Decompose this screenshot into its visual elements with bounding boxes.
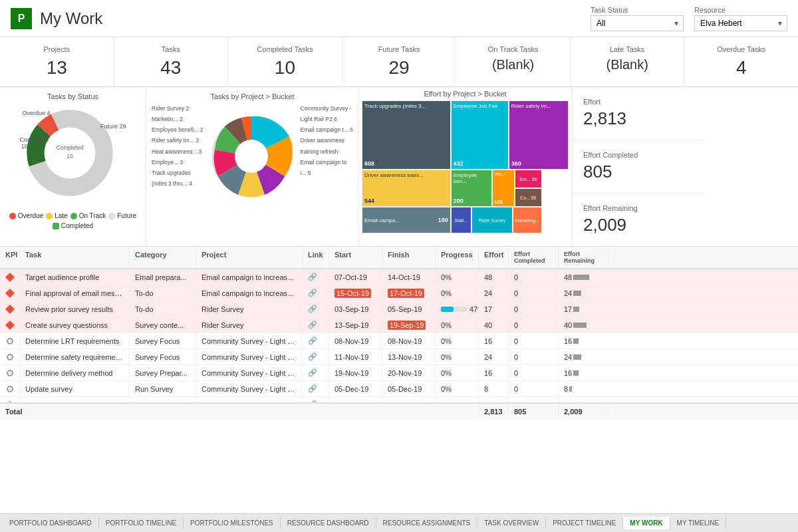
- resource-select[interactable]: Elva Hebert: [694, 15, 787, 31]
- cell-task: Target audience profile: [20, 270, 130, 285]
- table-row[interactable]: Determine safety requirements Survey Foc…: [0, 349, 798, 365]
- col-category: Category: [130, 247, 196, 268]
- cell-project: Rider Survey: [196, 302, 303, 317]
- pie-chart: [205, 110, 298, 203]
- cell-task: Final approval of email message: [20, 286, 130, 301]
- bottom-tab[interactable]: MY TIMELINE: [670, 517, 727, 529]
- bottom-tab[interactable]: PORTFOLIO TIMELINE: [99, 517, 184, 529]
- table-row[interactable]: Final approval of email message To-do Em…: [0, 285, 798, 301]
- cell-effort-remaining: 16: [559, 398, 608, 403]
- treemap-cell-5: Employee ben... 200: [451, 170, 492, 207]
- bottom-tab[interactable]: PORTFOLIO MILESTONES: [184, 517, 281, 529]
- cell-start: 15-Oct-19: [329, 286, 382, 301]
- cell-effort-remaining: 16: [559, 334, 608, 348]
- table-row[interactable]: Determine LRT requirements Survey Focus …: [0, 333, 798, 349]
- table-body[interactable]: Target audience profile Email prepara...…: [0, 269, 798, 402]
- kpi-circle-icon: [7, 338, 13, 344]
- bottom-tab[interactable]: PROJECT TIMELINE: [546, 517, 623, 529]
- cell-effort: 40: [479, 318, 509, 332]
- cell-progress: 0%: [436, 350, 479, 364]
- header-filters: Task Status All Resource Elva Hebert: [591, 6, 787, 31]
- kpi-label: Completed Tasks: [239, 45, 331, 53]
- cell-effort: 24: [479, 350, 509, 364]
- cell-kpi: [0, 334, 20, 348]
- legend-late-label: Late: [55, 212, 67, 219]
- bottom-tab[interactable]: RESOURCE ASSIGNMENTS: [376, 517, 478, 529]
- page-title: My Work: [40, 9, 591, 28]
- cell-effort-completed: 0: [509, 382, 559, 396]
- col-progress: Progress: [436, 247, 479, 268]
- cell-kpi: [0, 382, 20, 396]
- table-row[interactable]: Run numerical analysis Analyze results C…: [0, 397, 798, 402]
- cell-link[interactable]: 🔗: [303, 365, 329, 380]
- kpi-circle-icon: [7, 354, 13, 360]
- cell-effort: 24: [479, 286, 509, 301]
- kpi-label: Projects: [11, 45, 103, 53]
- bottom-tab[interactable]: RESOURCE DASHBOARD: [281, 517, 376, 529]
- kpi-value: 43: [125, 57, 217, 78]
- cell-kpi: [0, 350, 20, 364]
- table-row[interactable]: Review prior survey results To-do Rider …: [0, 301, 798, 317]
- cell-task: Create survey questionss: [20, 318, 130, 332]
- cell-link[interactable]: 🔗: [303, 349, 329, 364]
- future-dot: [108, 213, 115, 219]
- bottom-tab[interactable]: TASK OVERVIEW: [477, 517, 546, 529]
- kpi-card: Late Tasks (Blank): [571, 37, 685, 86]
- bottom-tab[interactable]: MY WORK: [623, 517, 670, 529]
- svg-text:10: 10: [66, 153, 73, 160]
- cell-link[interactable]: 🔗: [303, 333, 329, 348]
- task-status-wrapper[interactable]: All: [591, 15, 684, 31]
- cell-link[interactable]: 🔗: [303, 285, 329, 301]
- table-row[interactable]: Update survey Run Survey Community Surve…: [0, 381, 798, 397]
- col-finish: Finish: [382, 247, 436, 268]
- tasks-by-status-title: Tasks by Status: [5, 92, 140, 100]
- cell-link[interactable]: 🔗: [303, 301, 329, 317]
- kpi-circle-icon: [7, 402, 13, 403]
- effort-total-value: 2,813: [583, 108, 694, 129]
- cell-project: Community Survey - Light Rail P2: [196, 366, 303, 380]
- kpi-row: Projects 13Tasks 43Completed Tasks 10Fut…: [0, 37, 798, 87]
- effort-total-label: Effort: [583, 98, 694, 106]
- cell-link[interactable]: 🔗: [303, 397, 329, 402]
- col-task: Task: [20, 247, 130, 268]
- task-status-select[interactable]: All: [591, 15, 684, 31]
- cell-link[interactable]: 🔗: [303, 317, 329, 332]
- cell-kpi: [0, 271, 20, 284]
- cell-kpi: [0, 319, 20, 332]
- table-row[interactable]: Determine delivery method Survey Prepar.…: [0, 365, 798, 381]
- app-logo: P: [11, 8, 32, 29]
- bottom-tab[interactable]: PORTFOLIO DASHBOARD: [3, 517, 99, 529]
- cell-finish: 08-Nov-19: [382, 334, 436, 348]
- footer-total-label: Total: [0, 404, 479, 420]
- kpi-value: (Blank): [467, 57, 559, 72]
- effort-completed: Effort Completed 805: [573, 140, 705, 194]
- treemap-cell-10: Stati...: [451, 207, 471, 233]
- cell-effort-remaining: 40: [559, 318, 608, 332]
- cell-task: Determine delivery method: [20, 366, 130, 380]
- cell-link[interactable]: 🔗: [303, 269, 329, 285]
- treemap-cell-1: Track upgrades (miles 3... 608: [362, 100, 451, 170]
- cell-effort: 16: [479, 334, 509, 348]
- cell-progress: 0%: [436, 334, 479, 348]
- table-row[interactable]: Create survey questionss Survey conte...…: [0, 317, 798, 333]
- cell-finish: 14-Oct-19: [382, 270, 436, 285]
- charts-row: Tasks by Status Completed 10 Overdue 4 C…: [0, 87, 798, 247]
- resource-wrapper[interactable]: Elva Hebert: [694, 15, 787, 31]
- kpi-label: Late Tasks: [581, 45, 674, 53]
- table-row[interactable]: Target audience profile Email prepara...…: [0, 269, 798, 285]
- cell-start: 11-Nov-19: [329, 350, 382, 364]
- cell-link[interactable]: 🔗: [303, 381, 329, 396]
- cell-progress: 0%: [436, 366, 479, 380]
- cell-task: Run numerical analysis: [20, 398, 130, 403]
- cell-project: Community Survey - Light Rail P2: [196, 350, 303, 364]
- cell-category: Survey Focus: [130, 334, 196, 348]
- legend-late: Late: [46, 212, 67, 219]
- cell-effort-remaining: 24: [559, 286, 608, 301]
- cell-effort: 17: [479, 302, 509, 317]
- cell-task: Review prior survey results: [20, 302, 130, 317]
- effort-remaining-value: 2,009: [583, 215, 694, 235]
- kpi-label: On Track Tasks: [467, 45, 559, 53]
- cell-finish: 05-Sep-19: [382, 302, 436, 317]
- footer-effort-completed: 805: [509, 404, 559, 420]
- cell-kpi: [0, 398, 20, 403]
